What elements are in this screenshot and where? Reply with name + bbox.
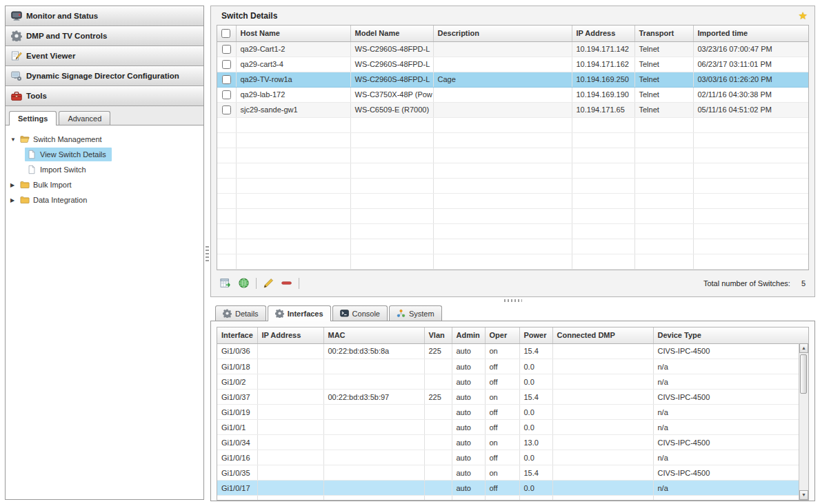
panel-header: Switch Details ★ <box>211 6 814 25</box>
select-all-checkbox[interactable] <box>221 29 230 38</box>
row-checkbox[interactable] <box>222 45 231 54</box>
globe-icon[interactable] <box>238 277 250 289</box>
column-header-admin[interactable]: Admin <box>452 327 485 343</box>
cell-oper: off <box>485 359 519 374</box>
sidebar-splitter-grip[interactable] <box>206 246 209 263</box>
cell-ip-address <box>257 344 323 359</box>
tab-details[interactable]: Details <box>215 305 266 321</box>
interfaces-rows: Gi1/0/36 00:22:bd:d3:5b:8a 225 auto on 1… <box>217 344 808 496</box>
row-checkbox[interactable] <box>222 75 231 84</box>
accordion-dmp-and-tv-controls[interactable]: DMP and TV Controls <box>6 26 203 46</box>
interfaces-filler <box>217 496 808 501</box>
collapse-arrow-icon[interactable]: ▼ <box>10 137 18 143</box>
tree-item-content: Import Switch <box>25 163 92 177</box>
empty-row <box>217 178 808 193</box>
row-checkbox[interactable] <box>222 90 231 99</box>
switch-toolbar: Total number of Switches: 5 <box>211 270 814 297</box>
expand-arrow-icon[interactable]: ▶ <box>10 197 18 203</box>
cell-connected-dmp <box>552 390 653 405</box>
interface-row[interactable]: Gi1/0/1 auto off 0.0 n/a <box>217 420 808 435</box>
column-header-interface[interactable]: Interface <box>217 327 257 343</box>
delete-minus-icon[interactable] <box>281 277 292 289</box>
cell-admin: auto <box>452 420 485 435</box>
column-header-transport[interactable]: Transport <box>634 26 693 41</box>
expand-arrow-icon[interactable]: ▶ <box>10 182 18 188</box>
switch-row[interactable]: qa29-TV-row1a WS-C2960S-48FPD-L Cage 10.… <box>217 72 808 87</box>
cell-ip-address: 10.194.169.250 <box>572 72 634 87</box>
tab-system[interactable]: System <box>389 305 442 321</box>
column-header-connected-dmp[interactable]: Connected DMP <box>552 327 653 343</box>
vertical-scrollbar[interactable]: ▲ ▼ <box>799 343 808 500</box>
cell-admin: auto <box>452 405 485 420</box>
accordion-label: DMP and TV Controls <box>26 32 107 40</box>
interface-row[interactable]: Gi1/0/17 auto off 0.0 n/a <box>217 481 808 496</box>
tree-item-label: View Switch Details <box>40 150 106 159</box>
tree-item-import-switch[interactable]: Import Switch <box>6 162 203 177</box>
interfaces-header-row: Interface IP Address MAC Vlan Admin Oper… <box>217 327 808 343</box>
column-header-ip-address[interactable]: IP Address <box>572 26 634 41</box>
column-header-ip-address[interactable]: IP Address <box>257 327 323 343</box>
tree-item-view-switch-details[interactable]: View Switch Details <box>6 147 203 162</box>
cell-ip-address: 10.194.171.65 <box>572 102 634 117</box>
empty-row <box>217 223 808 239</box>
column-header-model-name[interactable]: Model Name <box>350 26 433 41</box>
cell-transport: Telnet <box>634 87 693 102</box>
cell-ip-address <box>257 465 323 481</box>
column-header-description[interactable]: Description <box>433 26 572 41</box>
accordion-monitor-and-status[interactable]: Monitor and Status <box>6 6 203 26</box>
cell-ip-address <box>257 481 323 496</box>
interface-row[interactable]: Gi1/0/19 auto off 0.0 n/a <box>217 405 808 420</box>
switch-row[interactable]: qa29-cart3-4 WS-C2960S-48FPD-L 10.194.17… <box>217 57 808 72</box>
event-viewer-pencil-icon <box>11 50 22 61</box>
cell-power: 15.4 <box>519 390 552 405</box>
column-header-device-type[interactable]: Device Type <box>653 327 808 343</box>
interface-row[interactable]: Gi1/0/34 auto on 13.0 CIVS-IPC-4500 <box>217 435 808 450</box>
interface-row[interactable]: Gi1/0/16 auto off 0.0 n/a <box>217 450 808 465</box>
accordion-event-viewer[interactable]: Event Viewer <box>6 46 203 66</box>
tab-label: Details <box>235 310 259 318</box>
cell-interface: Gi1/0/1 <box>217 420 257 435</box>
horizontal-splitter[interactable] <box>210 297 815 303</box>
tree-item-switch-management[interactable]: ▼ Switch Management <box>6 132 203 147</box>
switch-row[interactable]: qa29-lab-172 WS-C3750X-48P (Pow 10.194.1… <box>217 87 808 102</box>
cell-power: 13.0 <box>519 435 552 450</box>
scrollbar-thumb[interactable] <box>800 354 807 394</box>
cell-host-name: qa29-TV-row1a <box>236 72 350 87</box>
cell-transport: Telnet <box>634 102 693 117</box>
scroll-up-button[interactable]: ▲ <box>799 343 808 353</box>
folder-icon <box>20 195 30 205</box>
column-header-mac[interactable]: MAC <box>323 327 424 343</box>
edit-pencil-icon[interactable] <box>263 277 274 289</box>
interface-row[interactable]: Gi1/0/18 auto off 0.0 n/a <box>217 359 808 374</box>
tree-item-bulk-import[interactable]: ▶ Bulk Import <box>6 177 203 192</box>
cell-connected-dmp <box>552 450 653 465</box>
scrollbar-track[interactable] <box>799 353 808 490</box>
favorite-star-icon[interactable]: ★ <box>799 10 808 21</box>
toolbox-icon <box>11 90 22 101</box>
tree-item-data-integration[interactable]: ▶ Data Integration <box>6 192 203 208</box>
column-header-vlan[interactable]: Vlan <box>424 327 452 343</box>
main-area: Switch Details ★ Host Name Model Name De… <box>210 6 815 500</box>
interface-row[interactable]: Gi1/0/36 00:22:bd:d3:5b:8a 225 auto on 1… <box>217 344 808 359</box>
interface-row[interactable]: Gi1/0/2 auto off 0.0 n/a <box>217 374 808 390</box>
column-header-imported-time[interactable]: Imported time <box>693 26 808 41</box>
accordion-dynamic-signage-director-configuration[interactable]: Dynamic Signage Director Configuration <box>6 66 203 86</box>
cell-mac <box>323 359 424 374</box>
switch-row[interactable]: sjc29-sande-gw1 WS-C6509-E (R7000) 10.19… <box>217 102 808 117</box>
import-table-icon[interactable] <box>220 277 232 289</box>
interface-row[interactable]: Gi1/0/37 00:22:bd:d3:5b:97 225 auto on 1… <box>217 390 808 405</box>
tab-settings[interactable]: Settings <box>9 111 57 125</box>
tab-interfaces[interactable]: Interfaces <box>268 305 331 321</box>
column-header-oper[interactable]: Oper <box>485 327 519 343</box>
switch-row[interactable]: qa29-Cart1-2 WS-C2960S-48FPD-L 10.194.17… <box>217 41 808 57</box>
tab-console[interactable]: Console <box>332 305 388 321</box>
column-header-power[interactable]: Power <box>519 327 552 343</box>
accordion-tools[interactable]: Tools <box>6 86 203 106</box>
column-header-host-name[interactable]: Host Name <box>236 26 350 41</box>
row-checkbox[interactable] <box>222 60 231 69</box>
scroll-down-button[interactable]: ▼ <box>799 490 808 500</box>
interface-row[interactable]: Gi1/0/35 auto on 15.4 CIVS-IPC-4500 <box>217 465 808 481</box>
row-checkbox[interactable] <box>222 105 231 114</box>
tab-advanced[interactable]: Advanced <box>59 111 110 125</box>
cell-transport: Telnet <box>634 72 693 87</box>
